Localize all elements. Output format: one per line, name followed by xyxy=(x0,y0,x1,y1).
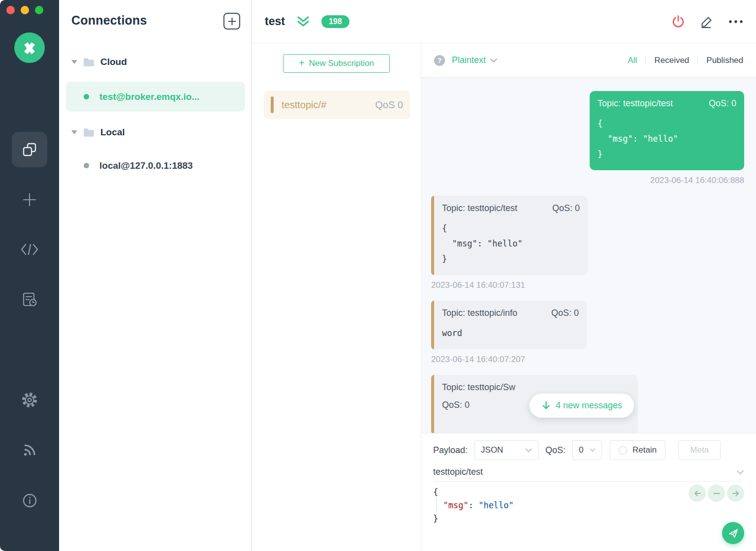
minus-icon xyxy=(712,489,721,498)
sidebar-item-script[interactable] xyxy=(20,240,39,259)
arrow-down-icon xyxy=(541,401,551,410)
new-messages-button[interactable]: 4 new messages xyxy=(530,394,634,418)
nav-rail xyxy=(0,0,59,551)
connection-label: test@broker.emqx.io... xyxy=(99,92,199,102)
payload-format-selector[interactable]: Plaintext xyxy=(452,55,486,65)
sidebar-item-feed[interactable] xyxy=(20,440,39,460)
close-window-button[interactable] xyxy=(6,6,15,14)
power-icon xyxy=(671,15,685,29)
publish-topic-row: testtopic/test xyxy=(433,463,744,482)
edit-connection-button[interactable] xyxy=(700,15,714,29)
retain-toggle[interactable]: Retain xyxy=(610,440,665,460)
payload-format-select[interactable]: JSON xyxy=(474,440,538,460)
subscription-color-bar xyxy=(271,96,274,113)
publish-panel: Payload: JSON QoS: 0 Retain xyxy=(421,433,756,551)
help-icon[interactable]: ? xyxy=(434,55,445,66)
message-payload: { "msg": "hello" } xyxy=(442,221,580,267)
info-icon xyxy=(22,493,37,508)
pencil-icon xyxy=(700,15,714,29)
mqttx-logo xyxy=(14,32,45,63)
folder-icon xyxy=(83,127,95,138)
tab-separator xyxy=(697,56,698,64)
chevron-down-icon xyxy=(525,448,532,453)
rss-icon xyxy=(22,443,37,458)
tab-separator xyxy=(645,56,646,64)
topic-input[interactable]: testtopic/test xyxy=(433,467,483,477)
message-payload: word xyxy=(442,326,579,341)
paper-plane-icon xyxy=(727,527,739,539)
gear-icon xyxy=(21,392,38,408)
json-key: "msg" xyxy=(443,500,468,510)
new-subscription-label: New Subscription xyxy=(309,59,374,68)
message-filter-tabs: All Received Published xyxy=(628,56,743,65)
tab-received[interactable]: Received xyxy=(654,56,689,65)
zoom-window-button[interactable] xyxy=(35,6,43,14)
connections-icon xyxy=(22,142,37,157)
history-next-button[interactable] xyxy=(727,485,744,502)
connection-label: local@127.0.0.1:1883 xyxy=(99,160,193,171)
qos-label: QoS: xyxy=(545,445,566,456)
chevron-down-icon[interactable] xyxy=(736,470,744,475)
disconnect-button[interactable] xyxy=(671,15,685,29)
message-qos: QoS: 0 xyxy=(709,98,736,109)
mqttx-window: Connections Cloud test@broker.emqx.io...… xyxy=(0,0,756,551)
message-qos: QoS: 0 xyxy=(551,308,579,318)
connection-group-local[interactable]: Local xyxy=(71,125,125,139)
sidebar-item-connections[interactable] xyxy=(12,132,47,167)
group-label: Local xyxy=(100,127,125,138)
plus-icon xyxy=(228,17,236,26)
sidebar-item-new-connection[interactable] xyxy=(20,190,39,210)
messages-toolbar: ? Plaintext All Received Published xyxy=(421,43,756,78)
page-title: test xyxy=(265,15,285,28)
payload-history-controls xyxy=(689,485,744,502)
json-colon: : xyxy=(469,500,478,510)
connection-item-test-broker[interactable]: test@broker.emqx.io... xyxy=(66,82,245,112)
message-timestamp: 2023-06-14 16:40:07:131 xyxy=(431,280,744,290)
meta-button[interactable]: Meta xyxy=(678,440,721,460)
message-bubble-published[interactable]: Topic: testtopic/test QoS: 0 { "msg": "h… xyxy=(590,91,744,170)
code-icon xyxy=(21,243,38,256)
message-bubble-received[interactable]: Topic: testtopic/info QoS: 0 word xyxy=(431,301,587,349)
send-button[interactable] xyxy=(722,522,744,544)
message-color-bar xyxy=(431,301,434,349)
message-color-bar xyxy=(431,375,434,433)
sidebar-item-about[interactable] xyxy=(20,490,39,510)
chevron-down-icon xyxy=(590,448,596,452)
qos-select[interactable]: 0 xyxy=(572,440,602,460)
group-label: Cloud xyxy=(100,57,127,67)
message-color-bar xyxy=(431,196,434,275)
subscription-item[interactable]: testtopic/# QoS 0 xyxy=(264,91,410,119)
message-payload: { "msg": "hello" } xyxy=(598,116,736,162)
arrow-left-icon xyxy=(693,489,702,498)
history-clear-button[interactable] xyxy=(708,485,725,502)
new-connection-button[interactable] xyxy=(223,13,240,30)
message-list[interactable]: Topic: testtopic/test QoS: 0 { "msg": "h… xyxy=(421,78,756,433)
message-timestamp: 2023-06-14 16:40:06:888 xyxy=(431,176,744,185)
sidebar-item-settings[interactable] xyxy=(20,390,39,410)
plus-icon xyxy=(22,192,37,207)
ellipsis-icon xyxy=(728,20,743,24)
connection-header: test 198 xyxy=(252,0,756,43)
json-value: "hello" xyxy=(478,500,514,510)
collapse-arrow-icon xyxy=(71,130,77,134)
main-area: test 198 xyxy=(252,0,756,551)
history-previous-button[interactable] xyxy=(689,485,706,502)
chevron-down-icon[interactable] xyxy=(490,58,498,63)
new-messages-label: 4 new messages xyxy=(556,400,622,411)
tab-published[interactable]: Published xyxy=(706,56,743,65)
tab-all[interactable]: All xyxy=(628,56,637,65)
collapse-connection-icon[interactable] xyxy=(296,16,311,28)
message-bubble-received[interactable]: Topic: testtopic/test QoS: 0 { "msg": "h… xyxy=(431,196,588,275)
sidebar-item-log[interactable] xyxy=(20,290,39,309)
minimize-window-button[interactable] xyxy=(21,6,29,14)
payload-label: Payload: xyxy=(433,445,468,456)
disconnected-status-dot xyxy=(84,163,89,168)
qos-value: 0 xyxy=(579,445,583,455)
more-options-button[interactable] xyxy=(728,20,743,24)
connection-group-cloud[interactable]: Cloud xyxy=(71,55,127,69)
indent-guide xyxy=(436,499,437,512)
connection-item-local[interactable]: local@127.0.0.1:1883 xyxy=(66,151,245,181)
message-count-badge: 198 xyxy=(321,15,349,28)
new-subscription-button[interactable]: + New Subscription xyxy=(283,54,390,73)
collapse-arrow-icon xyxy=(71,60,77,64)
